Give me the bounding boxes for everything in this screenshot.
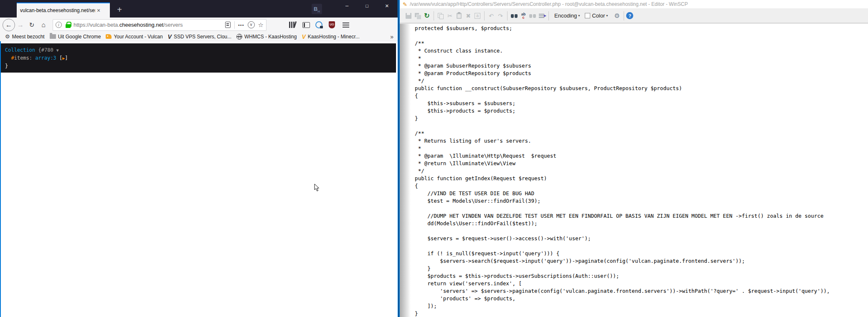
minimize-button[interactable]: –	[338, 0, 356, 12]
new-tab-button[interactable]: +	[113, 3, 126, 16]
save-button[interactable]	[404, 12, 413, 20]
find-button[interactable]	[510, 12, 518, 20]
page-info-icon[interactable]: i	[56, 22, 62, 28]
winscp-editor-window: /var/www/vulcan/app/Http/Controllers/Ser…	[400, 0, 868, 317]
maximize-button[interactable]: □	[358, 0, 376, 12]
dump-property: #items: array:3 [▶]	[11, 55, 68, 61]
bookmark-ssd-vps-servers[interactable]: VSSD VPS Servers, Clou...	[168, 33, 231, 40]
firefox-window: vulcan-beta.cheesehosting.net/serv × + B…	[0, 0, 398, 317]
urlbar-separator	[234, 21, 235, 29]
firefox-titlebar: vulcan-beta.cheesehosting.net/serv × + B…	[0, 0, 398, 18]
bookmark-uit-google-chrome[interactable]: Uit Google Chrome	[50, 34, 101, 40]
gear-icon	[5, 33, 10, 40]
forward-icon[interactable]	[15, 19, 26, 31]
php-source-code[interactable]: protected $subusers, $products; /** * Co…	[400, 24, 868, 317]
help-button[interactable]: ?	[626, 12, 633, 19]
dump-closing-brace: }	[5, 63, 8, 69]
globe-icon	[236, 34, 242, 40]
secure-lock-icon[interactable]	[66, 22, 71, 28]
winscp-title: /var/www/vulcan/app/Http/Controllers/Ser…	[410, 1, 688, 7]
toolbar-separator	[624, 11, 624, 20]
mouse-cursor	[314, 184, 320, 192]
page-actions-icon[interactable]: •••	[238, 23, 244, 28]
back-icon[interactable]	[3, 19, 15, 31]
save-all-button[interactable]	[414, 12, 422, 20]
toolbar-separator	[484, 11, 485, 20]
toolbar-separator	[434, 11, 434, 20]
url-bar[interactable]: i https://vulcan-beta.cheesehosting.net/…	[53, 19, 266, 31]
folder-icon	[50, 34, 56, 39]
code-editor-area[interactable]: protected $subusers, $products; /** * Co…	[400, 24, 868, 317]
select-all-button[interactable]: a	[473, 12, 482, 20]
bookmark-kaashosting-minecraft[interactable]: VKaasHosting - Minecr...	[302, 33, 359, 40]
copy-button[interactable]	[437, 12, 445, 20]
toolbar-separator	[548, 11, 549, 20]
ublock-shield-icon[interactable]: UO	[329, 21, 335, 28]
replace-button[interactable]: abc	[519, 12, 528, 20]
bookmarks-bar: Meest bezocht Uit Google Chrome Your Acc…	[0, 32, 398, 41]
go-to-line-button[interactable]	[538, 12, 546, 20]
library-icon[interactable]	[288, 21, 297, 29]
v-orange-icon: V	[302, 33, 305, 40]
dump-object-ref: {#780	[38, 47, 53, 53]
dump-class-name: Collection	[5, 47, 35, 53]
pocket-icon[interactable]	[248, 21, 255, 28]
collapse-toggle-icon[interactable]: ▼	[56, 48, 59, 53]
color-dropdown[interactable]: Color	[592, 13, 605, 19]
preferences-gear-icon[interactable]	[613, 12, 621, 20]
sidebar-toggle-icon[interactable]	[302, 22, 310, 28]
menu-hamburger-icon[interactable]	[343, 23, 349, 28]
paste-button[interactable]	[455, 12, 463, 20]
bookmarks-overflow-chevron[interactable]: »	[390, 33, 393, 40]
undo-button[interactable]	[487, 12, 495, 20]
refresh-icon[interactable]	[26, 19, 38, 31]
browser-tab[interactable]: vulcan-beta.cheesehosting.net/serv ×	[17, 3, 110, 18]
bookmark-your-account-vulcan[interactable]: Your Account - Vulcan	[106, 34, 162, 40]
reader-mode-icon[interactable]	[225, 22, 231, 28]
find-next-button[interactable]	[528, 12, 537, 20]
page-content: Collection {#780 ▼ #items: array:3 [▶] }	[0, 41, 398, 317]
v-logo-icon: V	[168, 33, 172, 40]
editor-toolbar: a abc Encoding ▾ Color ▾ ?	[400, 8, 868, 23]
chevron-down-icon[interactable]: ▾	[578, 14, 580, 18]
reload-button[interactable]	[423, 12, 431, 20]
color-swatch[interactable]	[585, 13, 590, 18]
delete-button[interactable]	[464, 12, 472, 20]
titlebar-badge-icon: BH	[312, 4, 322, 14]
toolbar-separator	[507, 11, 508, 20]
chevron-down-icon[interactable]: ▾	[606, 14, 608, 18]
bookmark-star-icon[interactable]	[258, 21, 264, 29]
redo-button[interactable]	[496, 12, 505, 20]
tab-close-icon[interactable]: ×	[97, 7, 100, 14]
cut-button[interactable]	[446, 12, 454, 20]
vardump-block: Collection {#780 ▼ #items: array:3 [▶] }	[1, 43, 396, 73]
url-text[interactable]: https://vulcan-beta.cheesehosting.net/se…	[74, 22, 225, 28]
cheese-icon	[106, 34, 112, 39]
encoding-dropdown[interactable]: Encoding	[554, 13, 577, 19]
firefox-navbar: i https://vulcan-beta.cheesehosting.net/…	[0, 18, 398, 32]
home-icon[interactable]	[38, 19, 49, 31]
edit-file-icon	[403, 1, 407, 8]
bookmark-meest-bezocht[interactable]: Meest bezocht	[5, 33, 45, 40]
close-button[interactable]: ×	[378, 0, 396, 12]
winscp-titlebar: /var/www/vulcan/app/Http/Controllers/Ser…	[400, 0, 868, 8]
expand-toggle[interactable]: [▶]	[59, 55, 68, 61]
tab-title: vulcan-beta.cheesehosting.net/serv	[20, 8, 95, 13]
privacy-extension-icon[interactable]	[315, 21, 322, 28]
bookmark-whmcs-kaashosting[interactable]: WHMCS - KaasHosting	[236, 34, 297, 40]
